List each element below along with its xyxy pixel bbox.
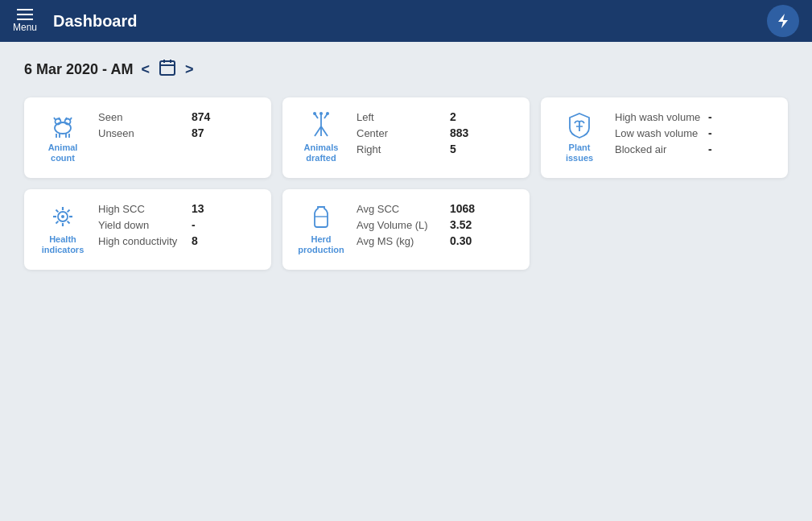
avg-scc-row: Avg SCC 1068 <box>357 202 515 215</box>
animals-drafted-label: Animalsdrafted <box>304 143 339 163</box>
high-conductivity-row: High conductivity 8 <box>98 234 257 247</box>
main-content: 6 Mar 2020 - AM < > <box>0 42 812 286</box>
avg-scc-label: Avg SCC <box>357 203 445 215</box>
health-indicators-data: High SCC 13 Yield down - High conductivi… <box>98 202 257 250</box>
seen-value: 874 <box>192 110 210 123</box>
avg-volume-value: 3.52 <box>450 218 472 231</box>
center-value: 883 <box>450 126 468 139</box>
svg-line-35 <box>68 210 70 213</box>
blocked-air-row: Blocked air - <box>615 143 773 155</box>
center-row: Center 883 <box>357 126 515 139</box>
empty-cell <box>541 189 788 270</box>
svg-point-28 <box>61 215 64 218</box>
svg-line-12 <box>54 118 56 120</box>
seen-row: Seen 874 <box>98 110 257 123</box>
svg-point-23 <box>319 112 323 115</box>
health-indicators-label: Healthindicators <box>42 234 84 255</box>
center-label: Center <box>357 127 445 139</box>
blocked-air-label: Blocked air <box>615 143 703 155</box>
plant-issues-data: High wash volume - Low wash volume - Blo… <box>615 110 773 159</box>
page-title: Dashboard <box>53 12 137 31</box>
svg-line-33 <box>56 210 59 213</box>
app-header: Menu Dashboard <box>0 0 812 42</box>
prev-arrow[interactable]: < <box>141 61 150 78</box>
animal-count-icon: Animalcount <box>39 110 87 163</box>
low-wash-label: Low wash volume <box>615 127 703 139</box>
plant-issues-icon: Plantissues <box>555 110 604 163</box>
svg-line-15 <box>70 118 72 120</box>
right-value: 5 <box>450 143 456 155</box>
plant-issues-card: Plantissues High wash volume - Low wash … <box>541 97 788 178</box>
cards-grid: Animalcount Seen 874 Unseen 87 <box>24 97 788 270</box>
menu-button[interactable]: Menu <box>13 9 37 33</box>
lightning-icon <box>774 12 792 30</box>
animals-drafted-data: Left 2 Center 883 Right 5 <box>357 110 515 159</box>
animal-count-label: Animalcount <box>48 143 78 163</box>
svg-marker-0 <box>778 14 788 28</box>
date-bar: 6 Mar 2020 - AM < > <box>24 58 788 81</box>
high-scc-row: High SCC 13 <box>98 202 257 215</box>
next-arrow[interactable]: > <box>185 61 194 78</box>
herd-production-data: Avg SCC 1068 Avg Volume (L) 3.52 Avg MS … <box>357 202 515 250</box>
svg-line-19 <box>321 126 328 136</box>
avg-volume-label: Avg Volume (L) <box>357 219 445 231</box>
avg-ms-value: 0.30 <box>450 234 472 247</box>
right-row: Right 5 <box>357 143 515 155</box>
high-wash-label: High wash volume <box>615 111 703 123</box>
calendar-icon[interactable] <box>158 58 177 81</box>
low-wash-row: Low wash volume - <box>615 126 773 139</box>
avg-ms-label: Avg MS (kg) <box>357 235 445 247</box>
yield-down-label: Yield down <box>98 219 187 231</box>
yield-down-value: - <box>192 218 196 231</box>
yield-down-row: Yield down - <box>98 218 257 231</box>
high-conductivity-value: 8 <box>192 234 198 247</box>
unseen-label: Unseen <box>98 127 187 139</box>
hamburger-icon <box>17 9 33 20</box>
avg-scc-value: 1068 <box>450 202 475 215</box>
animal-count-card: Animalcount Seen 874 Unseen 87 <box>24 97 271 178</box>
animals-drafted-card: Animalsdrafted Left 2 Center 883 Right 5 <box>282 97 530 178</box>
seen-label: Seen <box>98 111 187 123</box>
herd-production-icon: Herdproduction <box>297 202 345 255</box>
left-value: 2 <box>450 110 456 123</box>
herd-production-card: Herdproduction Avg SCC 1068 Avg Volume (… <box>282 189 530 270</box>
left-label: Left <box>357 111 445 123</box>
svg-line-34 <box>68 221 70 224</box>
left-row: Left 2 <box>357 110 515 123</box>
header-left: Menu Dashboard <box>13 9 138 33</box>
svg-point-22 <box>313 112 316 115</box>
avg-ms-row: Avg MS (kg) 0.30 <box>357 234 515 247</box>
avg-volume-row: Avg Volume (L) 3.52 <box>357 218 515 231</box>
plant-issues-label: Plantissues <box>566 143 593 163</box>
high-scc-value: 13 <box>192 202 204 215</box>
low-wash-value: - <box>708 126 712 139</box>
right-label: Right <box>357 143 445 155</box>
animals-drafted-icon: Animalsdrafted <box>297 110 345 163</box>
svg-line-17 <box>315 126 321 136</box>
menu-label: Menu <box>13 22 37 33</box>
svg-line-36 <box>56 221 59 224</box>
high-wash-row: High wash volume - <box>615 110 773 123</box>
blocked-air-value: - <box>708 143 712 155</box>
animal-count-data: Seen 874 Unseen 87 <box>98 110 257 143</box>
high-wash-value: - <box>708 110 712 123</box>
health-indicators-card: Healthindicators High SCC 13 Yield down … <box>24 189 271 270</box>
lightning-button[interactable] <box>767 5 799 37</box>
date-text: 6 Mar 2020 - AM <box>24 61 133 78</box>
svg-point-24 <box>326 112 329 115</box>
health-indicators-icon: Healthindicators <box>39 202 87 255</box>
herd-production-label: Herdproduction <box>298 234 344 255</box>
high-conductivity-label: High conductivity <box>98 235 187 247</box>
high-scc-label: High SCC <box>98 203 187 215</box>
unseen-row: Unseen 87 <box>98 126 257 139</box>
svg-rect-1 <box>160 61 175 75</box>
unseen-value: 87 <box>192 126 204 139</box>
